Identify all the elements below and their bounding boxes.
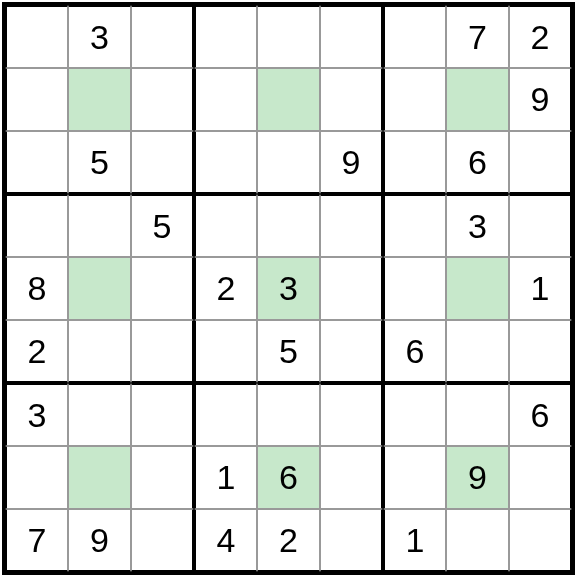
cell-r6-c7[interactable]: 6 <box>383 320 446 383</box>
cell-r6-c4[interactable] <box>194 320 257 383</box>
cell-r9-c3[interactable] <box>131 509 194 572</box>
sudoku-board: 37295965382312563616979421 <box>0 2 577 577</box>
cell-r6-c8[interactable] <box>446 320 509 383</box>
cell-r9-c6[interactable] <box>320 509 383 572</box>
cell-r7-c6[interactable] <box>320 383 383 446</box>
cell-r1-c6[interactable] <box>320 5 383 68</box>
cell-r5-c9[interactable]: 1 <box>509 257 572 320</box>
cell-r8-c7[interactable] <box>383 446 446 509</box>
cell-r9-c5[interactable]: 2 <box>257 509 320 572</box>
cell-r2-c4[interactable] <box>194 68 257 131</box>
cell-r5-c7[interactable] <box>383 257 446 320</box>
cell-r8-c5[interactable]: 6 <box>257 446 320 509</box>
cell-r5-c1[interactable]: 8 <box>5 257 68 320</box>
cell-r3-c8[interactable]: 6 <box>446 131 509 194</box>
cell-r2-c6[interactable] <box>320 68 383 131</box>
cell-r4-c3[interactable]: 5 <box>131 194 194 257</box>
cell-r9-c7[interactable]: 1 <box>383 509 446 572</box>
cell-r5-c4[interactable]: 2 <box>194 257 257 320</box>
cell-r9-c9[interactable] <box>509 509 572 572</box>
cell-r7-c2[interactable] <box>68 383 131 446</box>
cell-r3-c1[interactable] <box>5 131 68 194</box>
cell-r4-c6[interactable] <box>320 194 383 257</box>
cell-r8-c1[interactable] <box>5 446 68 509</box>
cell-r7-c1[interactable]: 3 <box>5 383 68 446</box>
cell-r5-c6[interactable] <box>320 257 383 320</box>
cell-r3-c7[interactable] <box>383 131 446 194</box>
cell-r6-c6[interactable] <box>320 320 383 383</box>
cell-r8-c2[interactable] <box>68 446 131 509</box>
cell-r9-c8[interactable] <box>446 509 509 572</box>
cell-r1-c5[interactable] <box>257 5 320 68</box>
cell-r2-c5[interactable] <box>257 68 320 131</box>
cell-r9-c4[interactable]: 4 <box>194 509 257 572</box>
cell-r9-c2[interactable]: 9 <box>68 509 131 572</box>
cell-r5-c2[interactable] <box>68 257 131 320</box>
cell-r8-c3[interactable] <box>131 446 194 509</box>
cell-r2-c1[interactable] <box>5 68 68 131</box>
cell-r2-c2[interactable] <box>68 68 131 131</box>
cell-r7-c5[interactable] <box>257 383 320 446</box>
cell-r1-c4[interactable] <box>194 5 257 68</box>
cell-r8-c4[interactable]: 1 <box>194 446 257 509</box>
cell-r1-c8[interactable]: 7 <box>446 5 509 68</box>
cell-r5-c3[interactable] <box>131 257 194 320</box>
cell-r7-c3[interactable] <box>131 383 194 446</box>
cell-r4-c5[interactable] <box>257 194 320 257</box>
cell-r7-c7[interactable] <box>383 383 446 446</box>
cell-r3-c6[interactable]: 9 <box>320 131 383 194</box>
cell-r6-c9[interactable] <box>509 320 572 383</box>
cell-r6-c3[interactable] <box>131 320 194 383</box>
cell-r5-c5[interactable]: 3 <box>257 257 320 320</box>
cell-r3-c9[interactable] <box>509 131 572 194</box>
cell-r6-c2[interactable] <box>68 320 131 383</box>
cell-r4-c1[interactable] <box>5 194 68 257</box>
cell-r1-c1[interactable] <box>5 5 68 68</box>
cell-r8-c9[interactable] <box>509 446 572 509</box>
cell-r4-c8[interactable]: 3 <box>446 194 509 257</box>
cell-r4-c9[interactable] <box>509 194 572 257</box>
cell-r4-c4[interactable] <box>194 194 257 257</box>
cell-r2-c7[interactable] <box>383 68 446 131</box>
cell-r8-c8[interactable]: 9 <box>446 446 509 509</box>
cell-r4-c7[interactable] <box>383 194 446 257</box>
cell-r4-c2[interactable] <box>68 194 131 257</box>
sudoku-grid: 37295965382312563616979421 <box>2 2 575 575</box>
cell-r6-c1[interactable]: 2 <box>5 320 68 383</box>
cell-r3-c2[interactable]: 5 <box>68 131 131 194</box>
cell-r8-c6[interactable] <box>320 446 383 509</box>
cell-r7-c8[interactable] <box>446 383 509 446</box>
cell-r1-c3[interactable] <box>131 5 194 68</box>
cell-r6-c5[interactable]: 5 <box>257 320 320 383</box>
cell-r3-c3[interactable] <box>131 131 194 194</box>
cell-r1-c9[interactable]: 2 <box>509 5 572 68</box>
cell-r2-c9[interactable]: 9 <box>509 68 572 131</box>
cell-r9-c1[interactable]: 7 <box>5 509 68 572</box>
cell-r7-c4[interactable] <box>194 383 257 446</box>
cell-r3-c5[interactable] <box>257 131 320 194</box>
cell-r7-c9[interactable]: 6 <box>509 383 572 446</box>
cell-r1-c7[interactable] <box>383 5 446 68</box>
cell-r2-c3[interactable] <box>131 68 194 131</box>
cell-r2-c8[interactable] <box>446 68 509 131</box>
cell-r1-c2[interactable]: 3 <box>68 5 131 68</box>
cell-r3-c4[interactable] <box>194 131 257 194</box>
cell-r5-c8[interactable] <box>446 257 509 320</box>
